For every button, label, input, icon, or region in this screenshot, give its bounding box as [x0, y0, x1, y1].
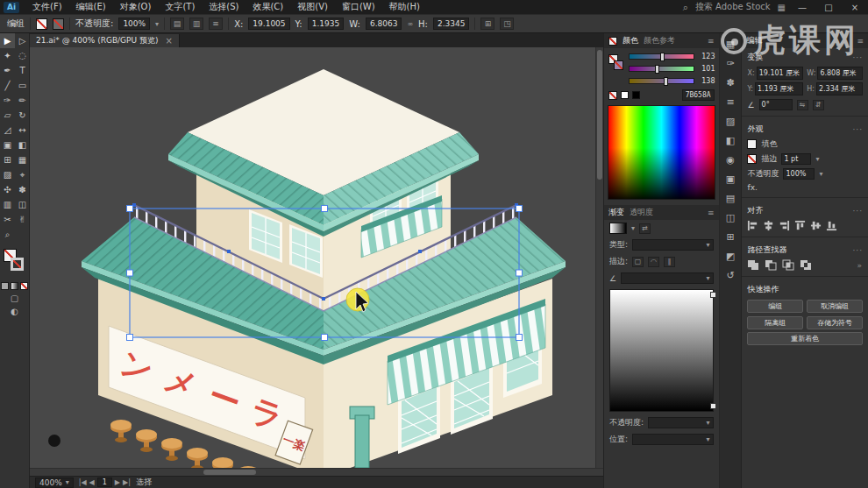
- pathfinder-exclude-button[interactable]: [800, 259, 813, 271]
- gradient-type-select[interactable]: ▾: [632, 239, 714, 251]
- pathfinder-expand-icon[interactable]: »: [857, 261, 863, 270]
- tool-gradient[interactable]: ▨: [0, 167, 15, 182]
- more-options-icon[interactable]: ···: [852, 207, 863, 216]
- opacity-field[interactable]: 100%: [118, 18, 150, 30]
- tool-rectangle[interactable]: ▭: [15, 78, 30, 93]
- chevron-down-icon[interactable]: ▾: [66, 478, 69, 486]
- chevron-down-icon[interactable]: ▾: [815, 155, 819, 163]
- stroke-swatch[interactable]: [53, 18, 64, 30]
- tool-width[interactable]: ↔: [15, 123, 30, 138]
- transparency-panel-icon[interactable]: ◧: [722, 133, 738, 147]
- tool-slice[interactable]: ✂: [0, 212, 15, 227]
- panel-menu-icon[interactable]: ≡: [708, 209, 715, 217]
- tool-lasso[interactable]: ◌: [15, 48, 30, 63]
- red-slider[interactable]: [629, 53, 694, 60]
- black-swatch[interactable]: [632, 91, 640, 99]
- panel-menu-icon[interactable]: ≡: [708, 37, 715, 46]
- pathfinder-unite-button[interactable]: [747, 259, 760, 271]
- last-artboard-button[interactable]: ▶|: [123, 478, 131, 486]
- distribute-icon[interactable]: ≡: [209, 18, 223, 30]
- tool-magic-wand[interactable]: ✦: [0, 48, 15, 63]
- menu-object[interactable]: 对象(O): [114, 0, 158, 14]
- color-mode-button[interactable]: [1, 282, 9, 290]
- chevron-down-icon[interactable]: ▾: [631, 224, 635, 232]
- align-vertical-icon[interactable]: ▥: [189, 18, 203, 30]
- prev-artboard-button[interactable]: ◀: [89, 478, 95, 486]
- none-swatch[interactable]: [608, 91, 617, 100]
- tab-gradient[interactable]: 渐变: [608, 207, 624, 218]
- canvas[interactable]: ン メ ー ラ 一楽: [30, 47, 595, 468]
- align-horizontal-icon[interactable]: ▤: [170, 18, 184, 30]
- vertical-scrollbar-thumb[interactable]: [597, 50, 602, 180]
- graphic-styles-panel-icon[interactable]: ▣: [722, 172, 738, 186]
- green-slider[interactable]: [629, 66, 694, 72]
- align-left-button[interactable]: [747, 220, 758, 231]
- horizontal-scrollbar[interactable]: [30, 468, 603, 476]
- gradient-stop[interactable]: [710, 403, 716, 409]
- y-field[interactable]: 1.1935: [308, 18, 345, 30]
- first-artboard-button[interactable]: |◀: [79, 478, 87, 486]
- align-right-button[interactable]: [779, 220, 790, 231]
- gradient-stop[interactable]: [710, 292, 716, 298]
- canvas-area[interactable]: ン メ ー ラ 一楽: [30, 47, 603, 468]
- none-mode-button[interactable]: [20, 282, 28, 290]
- tab-transparency[interactable]: 透明度: [630, 207, 653, 218]
- blue-slider[interactable]: [629, 78, 694, 84]
- stock-search-label[interactable]: 搜索 Adobe Stock: [695, 1, 771, 13]
- red-value[interactable]: 123: [698, 53, 715, 60]
- tool-direct-selection[interactable]: ▷: [15, 33, 30, 48]
- transform-x-field[interactable]: 19.101 厘米: [757, 67, 804, 80]
- screen-mode-icon[interactable]: ◐: [0, 307, 29, 316]
- flip-horizontal-icon[interactable]: ⇋: [797, 100, 808, 110]
- vertical-scrollbar[interactable]: [595, 47, 603, 468]
- tab-color-guide[interactable]: 颜色参考: [644, 35, 675, 46]
- isolate-icon[interactable]: ◳: [500, 18, 514, 30]
- hex-field[interactable]: 7B658A: [682, 89, 715, 101]
- tool-free-transform[interactable]: ▣: [0, 138, 15, 152]
- menu-window[interactable]: 窗口(W): [336, 0, 381, 14]
- tool-eraser[interactable]: ▱: [0, 108, 15, 123]
- tool-mesh[interactable]: ▦: [15, 152, 30, 167]
- align-bottom-button[interactable]: [826, 220, 837, 231]
- artwork-black-dot[interactable]: [48, 435, 60, 447]
- maximize-button[interactable]: □: [819, 3, 838, 12]
- minimize-button[interactable]: —: [793, 3, 812, 12]
- gradient-panel-icon[interactable]: ▨: [722, 114, 738, 128]
- stop-position-select[interactable]: ▾: [632, 434, 714, 445]
- tool-scale[interactable]: ◿: [0, 123, 15, 138]
- search-icon[interactable]: ⌕: [683, 2, 688, 13]
- menu-file[interactable]: 文件(F): [26, 0, 68, 14]
- transform-w-field[interactable]: 6.808 厘米: [817, 67, 863, 80]
- tool-rotate[interactable]: ↻: [15, 108, 30, 123]
- color-spectrum[interactable]: [608, 105, 715, 200]
- tool-perspective-grid[interactable]: ⊞: [0, 152, 15, 167]
- tool-selection[interactable]: ▶: [0, 33, 15, 48]
- align-middle-button[interactable]: [810, 220, 822, 231]
- horizontal-scrollbar-thumb[interactable]: [203, 470, 256, 475]
- tab-color[interactable]: 颜色: [623, 35, 638, 46]
- tab-close-icon[interactable]: ×: [165, 36, 172, 46]
- fill-stroke-indicator[interactable]: [0, 245, 29, 280]
- fill-stroke-proxy[interactable]: [608, 53, 625, 85]
- stroke-panel-icon[interactable]: ≡: [722, 95, 738, 109]
- next-artboard-button[interactable]: ▶: [115, 478, 120, 486]
- blue-value[interactable]: 138: [698, 77, 715, 85]
- tool-shape-builder[interactable]: ◧: [15, 138, 30, 152]
- workspace-switcher-icon[interactable]: ▦: [778, 3, 786, 12]
- link-dimensions-icon[interactable]: ∞: [407, 20, 413, 28]
- align-panel-icon[interactable]: ⊞: [722, 230, 738, 244]
- group-button[interactable]: 编组: [747, 300, 803, 313]
- gradient-ramp[interactable]: [609, 289, 714, 412]
- align-top-button[interactable]: [794, 220, 806, 231]
- stroke-along-icon[interactable]: ◠: [648, 257, 659, 267]
- save-as-symbol-button[interactable]: 存储为符号: [807, 316, 863, 329]
- artboard-number[interactable]: 1: [97, 477, 112, 487]
- menu-effect[interactable]: 效果(C): [246, 0, 289, 14]
- tool-symbol-sprayer[interactable]: ✽: [15, 182, 30, 197]
- stop-opacity-select[interactable]: ▾: [648, 417, 714, 428]
- menu-help[interactable]: 帮助(H): [383, 0, 426, 14]
- app-logo[interactable]: Ai: [4, 2, 19, 13]
- tool-pencil[interactable]: ✏: [15, 93, 30, 108]
- chevron-down-icon[interactable]: ▾: [155, 20, 159, 28]
- ungroup-button[interactable]: 取消编组: [807, 300, 863, 313]
